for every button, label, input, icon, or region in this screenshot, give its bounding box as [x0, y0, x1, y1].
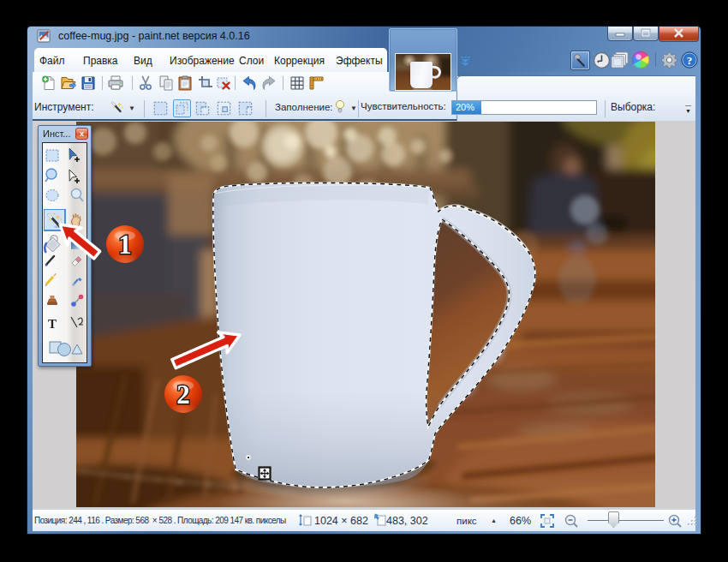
svg-text:T: T	[48, 317, 57, 331]
svg-text:?: ?	[687, 54, 693, 67]
